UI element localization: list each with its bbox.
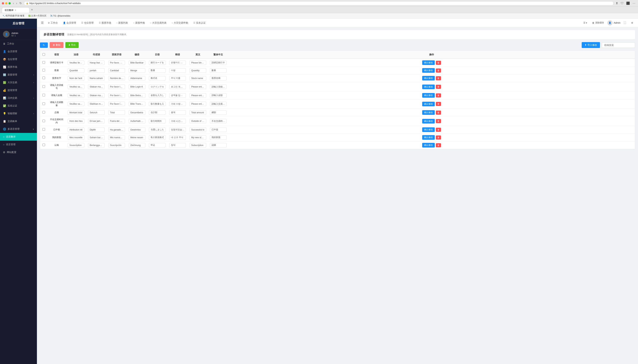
row-checkbox-9[interactable] bbox=[42, 136, 45, 138]
active-tab[interactable]: 语言翻译 ✕ bbox=[2, 8, 30, 13]
fr-input-4[interactable] bbox=[68, 93, 84, 98]
sidebar-item-workbench[interactable]: 🖥 工作台 bbox=[0, 40, 37, 48]
sidebar-item-site-config[interactable]: ⚙ 网站配置 bbox=[0, 148, 37, 156]
row-checkbox-6[interactable] bbox=[42, 111, 45, 114]
fr-input-3[interactable] bbox=[68, 84, 84, 89]
zh-tw-input-4[interactable] bbox=[210, 93, 226, 98]
fullscreen-button[interactable]: ⛶ bbox=[622, 20, 628, 25]
ko-input-10[interactable] bbox=[169, 143, 186, 148]
ko-input-5[interactable] bbox=[169, 102, 186, 106]
bookmark-item-1[interactable]: 🔧 程序搭建/开发/修复 bbox=[2, 14, 25, 18]
ja-input-2[interactable] bbox=[149, 76, 166, 80]
delete-row-button-5[interactable]: 🗑 bbox=[436, 102, 441, 106]
ja-input-3[interactable] bbox=[149, 84, 166, 89]
delete-row-button-7[interactable]: 🗑 bbox=[436, 119, 441, 123]
sidebar-item-positions[interactable]: 📦 仓位管理 bbox=[0, 56, 37, 63]
row-checkbox-7[interactable] bbox=[42, 120, 45, 122]
batch-delete-button[interactable]: 🗑 删除 bbox=[50, 42, 64, 48]
ja-input-10[interactable] bbox=[149, 143, 166, 148]
es-input-10[interactable] bbox=[108, 143, 125, 148]
zh-tw-input-7[interactable] bbox=[210, 119, 226, 123]
delete-row-button-4[interactable]: 🗑 bbox=[436, 94, 441, 98]
fr-input-1[interactable] bbox=[68, 68, 84, 73]
reload-button[interactable]: ↻ bbox=[19, 1, 22, 5]
nav-workbench[interactable]: 🖥 工作台 bbox=[46, 20, 60, 26]
fr-input-2[interactable] bbox=[68, 76, 84, 80]
nav-stock-market[interactable]: ☰ 股票市场 bbox=[96, 20, 113, 26]
zh-tw-input-3[interactable] bbox=[210, 84, 226, 89]
de-input-8[interactable] bbox=[129, 128, 145, 132]
ja-input-4[interactable] bbox=[149, 93, 166, 98]
shield-button[interactable]: 🛡 bbox=[620, 1, 624, 5]
fr-input-6[interactable] bbox=[68, 110, 84, 115]
sidebar-item-lang-manage[interactable]: ○ 语言管理 bbox=[0, 141, 37, 148]
en-input-3[interactable] bbox=[190, 84, 206, 89]
ja-input-0[interactable] bbox=[149, 60, 166, 65]
confirm-button-4[interactable]: 确认修改 bbox=[422, 93, 435, 98]
fr-input-5[interactable] bbox=[68, 102, 84, 106]
row-checkbox-10[interactable] bbox=[42, 144, 45, 146]
de-input-0[interactable] bbox=[129, 60, 145, 65]
es-input-4[interactable] bbox=[108, 93, 125, 98]
es-input-1[interactable] bbox=[108, 68, 125, 73]
sidebar-item-multilang[interactable]: 🌐 多语言管理 ∨ bbox=[0, 125, 37, 133]
nav-new-stock-apply[interactable]: ○ 新股申购 bbox=[131, 20, 147, 26]
select-all-checkbox[interactable] bbox=[42, 53, 45, 56]
row-checkbox-4[interactable] bbox=[42, 94, 45, 96]
delete-row-button-3[interactable]: 🗑 bbox=[436, 85, 441, 89]
zh-tw-input-9[interactable] bbox=[210, 135, 226, 140]
confirm-button-5[interactable]: 确认修改 bbox=[422, 102, 435, 106]
sidebar-item-smart-finance[interactable]: 💡 智能理财 ‹ bbox=[0, 110, 37, 118]
es-input-6[interactable] bbox=[108, 110, 125, 115]
id-input-0[interactable] bbox=[88, 60, 105, 65]
fr-input-10[interactable] bbox=[68, 143, 84, 148]
more-button[interactable]: ⋯ bbox=[632, 1, 636, 5]
nav-realname[interactable]: ☰ 实名认证 bbox=[191, 20, 208, 26]
es-input-9[interactable] bbox=[108, 135, 125, 140]
row-checkbox-8[interactable] bbox=[42, 128, 45, 131]
ko-input-8[interactable] bbox=[169, 128, 186, 132]
id-input-10[interactable] bbox=[88, 143, 105, 148]
de-input-5[interactable] bbox=[129, 102, 145, 106]
sidebar-item-intraday[interactable]: 📊 日内交易 ‹ bbox=[0, 94, 37, 102]
ko-input-0[interactable] bbox=[169, 60, 186, 65]
delete-row-button-8[interactable]: 🗑 bbox=[436, 128, 441, 132]
ja-input-1[interactable] bbox=[149, 68, 166, 73]
es-input-5[interactable] bbox=[108, 102, 125, 106]
dot-yellow[interactable] bbox=[5, 2, 8, 4]
sidebar-item-trade-bills[interactable]: 📋 交易账单 bbox=[0, 118, 37, 125]
es-input-2[interactable] bbox=[108, 76, 125, 80]
nav-block-trade-apply[interactable]: ○ 大宗交易申购 bbox=[170, 20, 190, 26]
confirm-button-1[interactable]: 确认修改 bbox=[422, 68, 435, 73]
de-input-7[interactable] bbox=[129, 119, 145, 123]
add-tab-button[interactable]: + bbox=[30, 7, 34, 12]
id-input-7[interactable] bbox=[88, 119, 105, 123]
hamburger-button[interactable]: ☰ bbox=[40, 20, 45, 26]
es-input-0[interactable] bbox=[108, 60, 125, 65]
refresh-button[interactable]: ↻ bbox=[40, 42, 48, 48]
fr-input-9[interactable] bbox=[68, 135, 84, 140]
zh-tw-input-10[interactable] bbox=[210, 143, 226, 148]
row-checkbox-3[interactable] bbox=[42, 85, 45, 88]
en-input-10[interactable] bbox=[190, 143, 206, 148]
zh-tw-input-1[interactable] bbox=[210, 68, 226, 73]
sidebar-item-realname[interactable]: ✅ 实名认证 bbox=[0, 102, 37, 110]
sidebar-item-new-stocks[interactable]: 🆕 新股管理 ‹ bbox=[0, 71, 37, 79]
en-input-6[interactable] bbox=[190, 110, 206, 115]
id-input-6[interactable] bbox=[88, 110, 105, 115]
id-input-9[interactable] bbox=[88, 135, 105, 140]
zh-tw-input-6[interactable] bbox=[210, 110, 226, 115]
confirm-button-7[interactable]: 确认修改 bbox=[422, 119, 435, 124]
de-input-9[interactable] bbox=[129, 135, 145, 140]
en-input-4[interactable] bbox=[190, 93, 206, 98]
en-input-7[interactable] bbox=[190, 119, 206, 123]
confirm-button-9[interactable]: 确认修改 bbox=[422, 135, 435, 140]
ko-input-2[interactable] bbox=[169, 76, 186, 80]
id-input-1[interactable] bbox=[88, 68, 105, 73]
ko-input-4[interactable] bbox=[169, 93, 186, 98]
back-button[interactable]: ‹ bbox=[12, 1, 14, 5]
es-input-7[interactable] bbox=[108, 119, 125, 123]
zh-tw-input-5[interactable] bbox=[210, 102, 226, 106]
sidebar-item-lang-translate[interactable]: ○ 语言翻译 bbox=[0, 133, 37, 141]
de-input-10[interactable] bbox=[129, 143, 145, 148]
